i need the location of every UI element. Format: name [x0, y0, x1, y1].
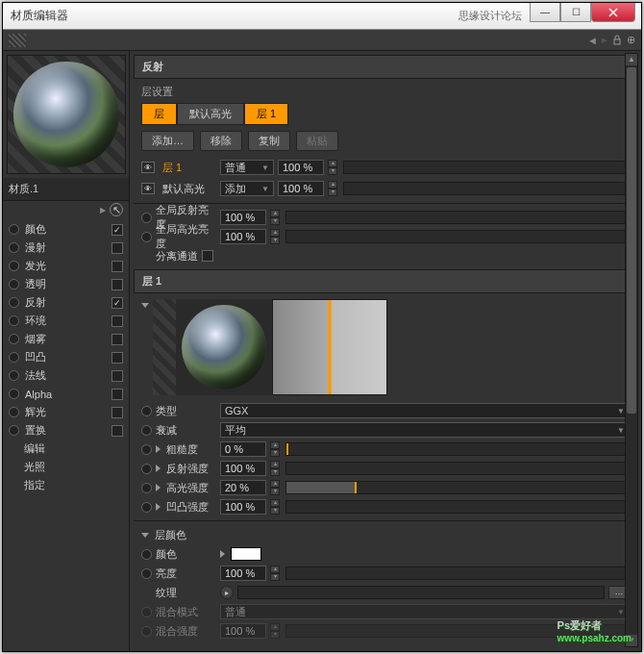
reflection-strength-field[interactable]: 100 %	[220, 461, 266, 476]
brightness-field[interactable]: 100 %	[220, 566, 266, 581]
channel-list: 颜色 漫射 发光 透明 反射 环境 烟雾 凹凸 法线 Alpha 辉光 置换 编…	[3, 218, 129, 496]
tab-layer1[interactable]: 层 1	[244, 103, 288, 125]
material-preview-large[interactable]	[7, 55, 126, 174]
preview-hatch	[153, 299, 176, 395]
nav-right-icon[interactable]: ▸	[602, 34, 607, 46]
color-expand-icon[interactable]	[220, 550, 225, 558]
forum-label: 思缘设计论坛	[458, 9, 522, 23]
specular-strength-slider[interactable]	[285, 481, 630, 494]
layer-opacity-slider[interactable]	[343, 161, 630, 174]
channel-reflectance[interactable]: 反射	[3, 293, 129, 312]
channel-color[interactable]: 颜色	[3, 220, 129, 239]
copy-button[interactable]: 复制	[248, 131, 290, 151]
sidebar-illumination[interactable]: 光照	[3, 458, 129, 476]
scroll-thumb[interactable]	[627, 67, 636, 414]
type-select[interactable]: GGX▼	[220, 403, 630, 418]
mix-mode-select: 普通▼	[220, 604, 630, 619]
reflectance-header: 反射	[134, 55, 637, 79]
texture-menu-button[interactable]: ▸	[220, 586, 234, 599]
layer-opacity-field[interactable]: 100 %	[278, 181, 324, 196]
svg-rect-0	[614, 39, 620, 44]
channel-bump[interactable]: 凹凸	[3, 348, 129, 366]
global-reflection-slider[interactable]	[285, 211, 630, 224]
mix-strength-slider	[285, 624, 630, 638]
specular-strength-field[interactable]: 20 %	[220, 480, 266, 495]
minimize-button[interactable]: —	[530, 3, 560, 22]
grip-icon[interactable]	[9, 34, 26, 47]
paste-button[interactable]: 粘贴	[296, 131, 338, 151]
layer-tabs: 层 默认高光 层 1	[134, 103, 637, 131]
spinner[interactable]: ▴▾	[328, 181, 337, 196]
window-title: 材质编辑器	[7, 8, 458, 24]
global-reflection-field[interactable]: 100 %	[220, 210, 266, 225]
visibility-toggle[interactable]: 👁	[141, 183, 155, 194]
brightness-slider[interactable]	[285, 566, 630, 580]
attenuation-select[interactable]: 平均▼	[220, 422, 630, 438]
scroll-up-icon[interactable]: ▲	[626, 54, 637, 65]
channel-normal[interactable]: 法线	[3, 366, 129, 385]
main-panel: 反射 层设置 层 默认高光 层 1 添加… 移除 复制 粘贴 👁 层 1 普通▼…	[130, 51, 641, 651]
layer-opacity-slider[interactable]	[343, 182, 630, 195]
channel-environment[interactable]: 环境	[3, 312, 129, 330]
texture-field[interactable]	[237, 586, 605, 599]
maximize-button[interactable]: ☐	[560, 3, 591, 22]
sidebar-assign[interactable]: 指定	[3, 476, 129, 494]
channel-luminance[interactable]: 发光	[3, 257, 129, 275]
add-button[interactable]: 添加…	[141, 131, 194, 151]
layer-preview-gradient[interactable]	[272, 299, 387, 395]
material-editor-window: 材质编辑器 思缘设计论坛 — ☐ ◄ ▸ ⊕ 材质.1 ▶ ↖ 颜色 漫射	[2, 2, 642, 652]
reflection-strength-slider[interactable]	[285, 462, 630, 475]
spinner[interactable]: ▴▾	[270, 210, 280, 225]
roughness-slider[interactable]	[285, 442, 630, 456]
channel-menu-arrow-icon[interactable]: ▶	[100, 206, 106, 214]
layer-color-header: 层颜色	[155, 528, 186, 542]
global-specular-field[interactable]: 100 %	[220, 229, 266, 244]
channel-picker-icon[interactable]: ↖	[110, 203, 123, 216]
sidebar-edit[interactable]: 编辑	[3, 440, 129, 458]
layer-opacity-field[interactable]: 100 %	[278, 160, 324, 175]
separate-pass-checkbox[interactable]	[202, 250, 213, 262]
sidebar: 材质.1 ▶ ↖ 颜色 漫射 发光 透明 反射 环境 烟雾 凹凸 法线 Alph…	[3, 51, 130, 651]
tab-layers[interactable]: 层	[141, 103, 177, 125]
bump-strength-slider[interactable]	[285, 500, 630, 514]
toolbar: ◄ ▸ ⊕	[3, 30, 641, 51]
scroll-down-icon[interactable]: ▼	[626, 635, 637, 646]
collapse-icon[interactable]	[141, 303, 149, 308]
channel-diffuse[interactable]: 漫射	[3, 239, 129, 257]
scrollbar[interactable]: ▲ ▼	[625, 53, 638, 647]
collapse-icon[interactable]	[141, 533, 149, 538]
layer1-header: 层 1	[134, 269, 637, 293]
titlebar[interactable]: 材质编辑器 思缘设计论坛 — ☐	[3, 3, 641, 30]
nav-left-icon[interactable]: ◄	[587, 35, 598, 46]
mix-strength-field: 100 %	[220, 623, 266, 639]
material-name[interactable]: 材质.1	[3, 178, 129, 201]
spinner[interactable]: ▴▾	[270, 229, 280, 244]
roughness-field[interactable]: 0 %	[220, 441, 266, 457]
visibility-toggle[interactable]: 👁	[141, 162, 155, 173]
layer-settings-label: 层设置	[134, 79, 637, 103]
channel-alpha[interactable]: Alpha	[3, 385, 129, 403]
pin-icon[interactable]: ⊕	[627, 34, 635, 46]
lock-icon[interactable]	[611, 35, 623, 46]
layer-row-layer1[interactable]: 👁 层 1 普通▼ 100 % ▴▾	[141, 157, 630, 178]
close-button[interactable]	[591, 3, 635, 22]
channel-glow[interactable]: 辉光	[3, 403, 129, 421]
channel-fog[interactable]: 烟雾	[3, 330, 129, 348]
global-specular-slider[interactable]	[285, 230, 630, 243]
blend-mode-select[interactable]: 普通▼	[220, 160, 274, 175]
layer-row-default-specular[interactable]: 👁 默认高光 添加▼ 100 % ▴▾	[141, 178, 630, 199]
global-specular-row: 全局高光亮度 100 % ▴▾	[134, 227, 637, 246]
tab-default-specular[interactable]: 默认高光	[177, 103, 244, 125]
spinner[interactable]: ▴▾	[328, 160, 337, 175]
color-swatch[interactable]	[231, 547, 261, 561]
blend-mode-select[interactable]: 添加▼	[220, 181, 274, 196]
bump-strength-field[interactable]: 100 %	[220, 499, 266, 515]
layer-preview-sphere[interactable]	[176, 299, 272, 395]
channel-displacement[interactable]: 置换	[3, 421, 129, 440]
remove-button[interactable]: 移除	[200, 131, 242, 151]
channel-transparency[interactable]: 透明	[3, 275, 129, 293]
preview-sphere	[13, 62, 119, 167]
